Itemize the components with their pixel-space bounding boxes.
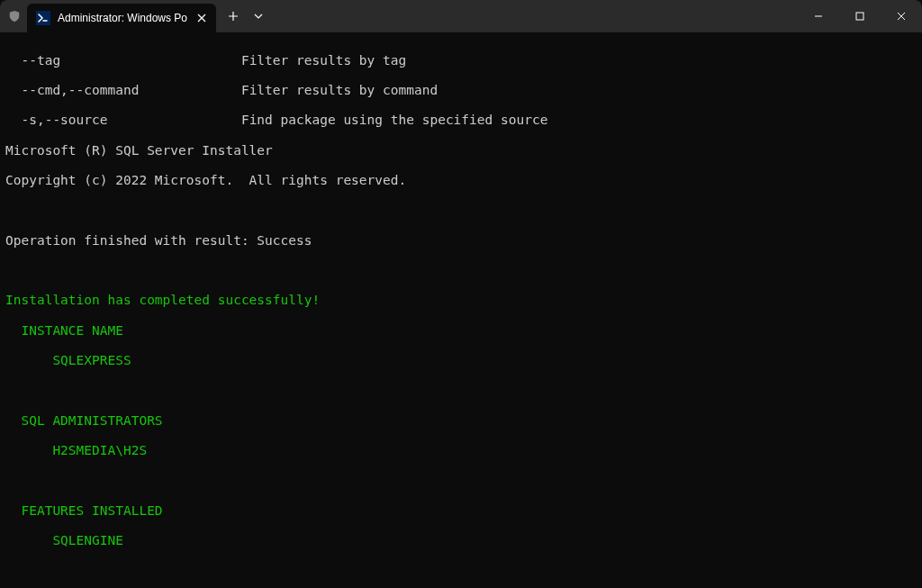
close-window-button[interactable] (881, 0, 922, 32)
shield-icon (7, 9, 22, 23)
blank-line (5, 263, 917, 278)
tab-dropdown-button[interactable] (247, 5, 270, 28)
admin-value: H2SMEDIA\H2S (5, 443, 917, 458)
tab-title: Administrator: Windows Powe (58, 12, 187, 24)
powershell-icon (36, 11, 50, 25)
titlebar-left: Administrator: Windows Powe (0, 0, 270, 32)
help-line: --cmd,--command Filter results by comman… (5, 83, 917, 98)
blank-line (5, 564, 917, 579)
copyright-line: Copyright (c) 2022 Microsoft. All rights… (5, 173, 917, 188)
blank-line (5, 383, 917, 398)
install-complete: Installation has completed successfully! (5, 293, 917, 308)
operation-result: Operation finished with result: Success (5, 233, 917, 249)
maximize-button[interactable] (839, 0, 881, 32)
titlebar: Administrator: Windows Powe (0, 0, 922, 32)
svg-rect-1 (856, 13, 863, 20)
features-label: FEATURES INSTALLED (5, 503, 917, 519)
blank-line (5, 203, 917, 218)
instance-label: INSTANCE NAME (5, 323, 917, 339)
help-line: --tag Filter results by tag (5, 53, 917, 68)
help-line: -s,--source Find package using the speci… (5, 113, 917, 128)
instance-value: SQLEXPRESS (5, 353, 917, 368)
installer-header: Microsoft (R) SQL Server Installer (5, 143, 917, 158)
tab-close-button[interactable] (194, 11, 209, 25)
admin-label: SQL ADMINISTRATORS (5, 413, 917, 429)
window-controls (798, 0, 922, 32)
blank-line (5, 474, 917, 489)
active-tab[interactable]: Administrator: Windows Powe (27, 4, 216, 32)
terminal-output[interactable]: --tag Filter results by tag --cmd,--comm… (0, 32, 922, 588)
new-tab-button[interactable] (220, 3, 247, 30)
features-value: SQLENGINE (5, 533, 917, 548)
minimize-button[interactable] (798, 0, 839, 32)
